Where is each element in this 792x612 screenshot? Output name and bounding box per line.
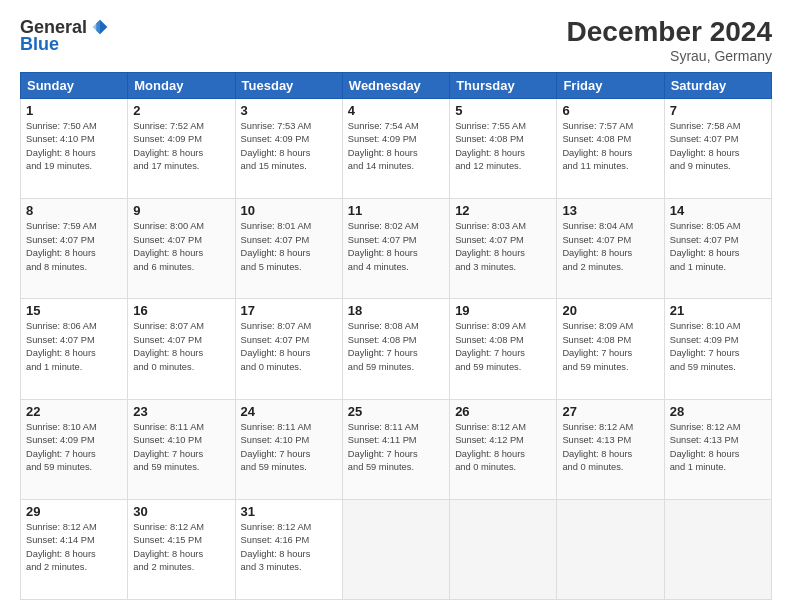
day-info: Sunrise: 7:52 AM Sunset: 4:09 PM Dayligh…	[133, 120, 229, 174]
day-number: 19	[455, 303, 551, 318]
day-number: 1	[26, 103, 122, 118]
day-info: Sunrise: 7:54 AM Sunset: 4:09 PM Dayligh…	[348, 120, 444, 174]
table-row: 12Sunrise: 8:03 AM Sunset: 4:07 PM Dayli…	[450, 199, 557, 299]
table-row: 20Sunrise: 8:09 AM Sunset: 4:08 PM Dayli…	[557, 299, 664, 399]
day-number: 12	[455, 203, 551, 218]
day-number: 2	[133, 103, 229, 118]
table-row: 17Sunrise: 8:07 AM Sunset: 4:07 PM Dayli…	[235, 299, 342, 399]
day-number: 10	[241, 203, 337, 218]
table-row: 18Sunrise: 8:08 AM Sunset: 4:08 PM Dayli…	[342, 299, 449, 399]
table-row: 24Sunrise: 8:11 AM Sunset: 4:10 PM Dayli…	[235, 399, 342, 499]
header-sunday: Sunday	[21, 73, 128, 99]
day-number: 13	[562, 203, 658, 218]
day-number: 15	[26, 303, 122, 318]
day-number: 21	[670, 303, 766, 318]
day-info: Sunrise: 8:11 AM Sunset: 4:10 PM Dayligh…	[133, 421, 229, 475]
table-row: 14Sunrise: 8:05 AM Sunset: 4:07 PM Dayli…	[664, 199, 771, 299]
day-number: 20	[562, 303, 658, 318]
day-number: 9	[133, 203, 229, 218]
day-info: Sunrise: 8:03 AM Sunset: 4:07 PM Dayligh…	[455, 220, 551, 274]
day-number: 24	[241, 404, 337, 419]
day-number: 23	[133, 404, 229, 419]
table-row: 7Sunrise: 7:58 AM Sunset: 4:07 PM Daylig…	[664, 99, 771, 199]
day-info: Sunrise: 8:08 AM Sunset: 4:08 PM Dayligh…	[348, 320, 444, 374]
table-row: 31Sunrise: 8:12 AM Sunset: 4:16 PM Dayli…	[235, 499, 342, 599]
table-row: 16Sunrise: 8:07 AM Sunset: 4:07 PM Dayli…	[128, 299, 235, 399]
day-info: Sunrise: 8:12 AM Sunset: 4:16 PM Dayligh…	[241, 521, 337, 575]
table-row: 11Sunrise: 8:02 AM Sunset: 4:07 PM Dayli…	[342, 199, 449, 299]
day-number: 11	[348, 203, 444, 218]
table-row: 19Sunrise: 8:09 AM Sunset: 4:08 PM Dayli…	[450, 299, 557, 399]
day-info: Sunrise: 8:09 AM Sunset: 4:08 PM Dayligh…	[455, 320, 551, 374]
table-row: 1Sunrise: 7:50 AM Sunset: 4:10 PM Daylig…	[21, 99, 128, 199]
day-number: 14	[670, 203, 766, 218]
header: General Blue December 2024 Syrau, German…	[20, 16, 772, 64]
day-number: 17	[241, 303, 337, 318]
day-number: 7	[670, 103, 766, 118]
day-info: Sunrise: 8:11 AM Sunset: 4:11 PM Dayligh…	[348, 421, 444, 475]
day-number: 4	[348, 103, 444, 118]
calendar-header-row: Sunday Monday Tuesday Wednesday Thursday…	[21, 73, 772, 99]
table-row: 25Sunrise: 8:11 AM Sunset: 4:11 PM Dayli…	[342, 399, 449, 499]
day-info: Sunrise: 8:11 AM Sunset: 4:10 PM Dayligh…	[241, 421, 337, 475]
day-number: 30	[133, 504, 229, 519]
table-row: 13Sunrise: 8:04 AM Sunset: 4:07 PM Dayli…	[557, 199, 664, 299]
day-number: 31	[241, 504, 337, 519]
table-row	[342, 499, 449, 599]
day-number: 3	[241, 103, 337, 118]
day-number: 6	[562, 103, 658, 118]
day-info: Sunrise: 8:05 AM Sunset: 4:07 PM Dayligh…	[670, 220, 766, 274]
header-saturday: Saturday	[664, 73, 771, 99]
day-info: Sunrise: 8:06 AM Sunset: 4:07 PM Dayligh…	[26, 320, 122, 374]
day-info: Sunrise: 8:04 AM Sunset: 4:07 PM Dayligh…	[562, 220, 658, 274]
table-row: 29Sunrise: 8:12 AM Sunset: 4:14 PM Dayli…	[21, 499, 128, 599]
table-row	[450, 499, 557, 599]
header-friday: Friday	[557, 73, 664, 99]
table-row: 22Sunrise: 8:10 AM Sunset: 4:09 PM Dayli…	[21, 399, 128, 499]
table-row: 15Sunrise: 8:06 AM Sunset: 4:07 PM Dayli…	[21, 299, 128, 399]
table-row: 26Sunrise: 8:12 AM Sunset: 4:12 PM Dayli…	[450, 399, 557, 499]
main-title: December 2024	[567, 16, 772, 48]
day-info: Sunrise: 8:07 AM Sunset: 4:07 PM Dayligh…	[241, 320, 337, 374]
day-info: Sunrise: 7:55 AM Sunset: 4:08 PM Dayligh…	[455, 120, 551, 174]
day-info: Sunrise: 8:12 AM Sunset: 4:14 PM Dayligh…	[26, 521, 122, 575]
table-row: 21Sunrise: 8:10 AM Sunset: 4:09 PM Dayli…	[664, 299, 771, 399]
day-info: Sunrise: 8:12 AM Sunset: 4:15 PM Dayligh…	[133, 521, 229, 575]
table-row	[664, 499, 771, 599]
page: General Blue December 2024 Syrau, German…	[0, 0, 792, 612]
table-row: 5Sunrise: 7:55 AM Sunset: 4:08 PM Daylig…	[450, 99, 557, 199]
table-row: 8Sunrise: 7:59 AM Sunset: 4:07 PM Daylig…	[21, 199, 128, 299]
day-info: Sunrise: 8:12 AM Sunset: 4:13 PM Dayligh…	[562, 421, 658, 475]
calendar-week-3: 15Sunrise: 8:06 AM Sunset: 4:07 PM Dayli…	[21, 299, 772, 399]
table-row: 23Sunrise: 8:11 AM Sunset: 4:10 PM Dayli…	[128, 399, 235, 499]
day-number: 29	[26, 504, 122, 519]
day-info: Sunrise: 7:53 AM Sunset: 4:09 PM Dayligh…	[241, 120, 337, 174]
day-info: Sunrise: 8:00 AM Sunset: 4:07 PM Dayligh…	[133, 220, 229, 274]
day-info: Sunrise: 8:09 AM Sunset: 4:08 PM Dayligh…	[562, 320, 658, 374]
day-number: 27	[562, 404, 658, 419]
header-wednesday: Wednesday	[342, 73, 449, 99]
table-row: 10Sunrise: 8:01 AM Sunset: 4:07 PM Dayli…	[235, 199, 342, 299]
day-number: 16	[133, 303, 229, 318]
table-row: 30Sunrise: 8:12 AM Sunset: 4:15 PM Dayli…	[128, 499, 235, 599]
day-info: Sunrise: 8:10 AM Sunset: 4:09 PM Dayligh…	[670, 320, 766, 374]
logo: General Blue	[20, 16, 111, 55]
calendar: Sunday Monday Tuesday Wednesday Thursday…	[20, 72, 772, 600]
day-info: Sunrise: 7:58 AM Sunset: 4:07 PM Dayligh…	[670, 120, 766, 174]
day-info: Sunrise: 7:57 AM Sunset: 4:08 PM Dayligh…	[562, 120, 658, 174]
table-row: 2Sunrise: 7:52 AM Sunset: 4:09 PM Daylig…	[128, 99, 235, 199]
day-info: Sunrise: 7:59 AM Sunset: 4:07 PM Dayligh…	[26, 220, 122, 274]
day-number: 28	[670, 404, 766, 419]
header-monday: Monday	[128, 73, 235, 99]
table-row	[557, 499, 664, 599]
day-info: Sunrise: 8:02 AM Sunset: 4:07 PM Dayligh…	[348, 220, 444, 274]
day-number: 26	[455, 404, 551, 419]
calendar-week-1: 1Sunrise: 7:50 AM Sunset: 4:10 PM Daylig…	[21, 99, 772, 199]
logo-blue: Blue	[20, 34, 59, 55]
table-row: 28Sunrise: 8:12 AM Sunset: 4:13 PM Dayli…	[664, 399, 771, 499]
day-info: Sunrise: 7:50 AM Sunset: 4:10 PM Dayligh…	[26, 120, 122, 174]
day-number: 22	[26, 404, 122, 419]
day-info: Sunrise: 8:01 AM Sunset: 4:07 PM Dayligh…	[241, 220, 337, 274]
table-row: 9Sunrise: 8:00 AM Sunset: 4:07 PM Daylig…	[128, 199, 235, 299]
day-number: 18	[348, 303, 444, 318]
